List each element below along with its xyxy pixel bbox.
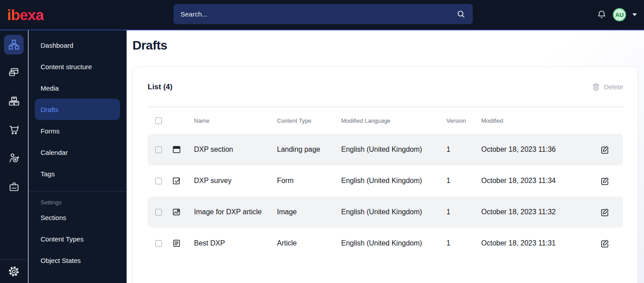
row-checkbox[interactable] <box>155 178 162 184</box>
cart-icon <box>8 124 20 136</box>
row-modified: October 18, 2023 11:34 <box>481 177 586 185</box>
row-name[interactable]: Image for DXP article <box>188 208 277 216</box>
table-row[interactable]: DXP survey Form English (United Kingdom)… <box>148 165 623 196</box>
boxes-icon <box>8 95 20 107</box>
row-modified: October 18, 2023 11:36 <box>481 146 586 154</box>
row-language: English (United Kingdom) <box>341 208 446 216</box>
column-header-modified: Modified <box>481 117 586 124</box>
row-checkbox[interactable] <box>155 146 162 153</box>
rail-item-pages[interactable] <box>4 62 24 82</box>
select-all-checkbox[interactable] <box>155 117 162 124</box>
rail-item-personalization[interactable] <box>4 148 24 168</box>
edit-button[interactable] <box>600 208 610 217</box>
sidebar-item-dashboard[interactable]: Dashboard <box>29 34 126 56</box>
row-version: 1 <box>446 239 481 247</box>
row-content-type: Landing page <box>277 146 341 154</box>
row-version: 1 <box>446 146 481 154</box>
delete-button[interactable]: Delete <box>592 83 623 91</box>
row-content-type: Article <box>277 239 341 247</box>
sidebar-item-tags[interactable]: Tags <box>29 163 126 184</box>
row-name[interactable]: Best DXP <box>188 239 277 247</box>
landing-page-icon <box>165 145 188 154</box>
row-checkbox[interactable] <box>155 209 162 216</box>
drafts-list-card: List (4) Delete Name Content Type Modifi… <box>132 67 638 283</box>
sidebar-menu: Dashboard Content structure Media Drafts… <box>29 30 127 283</box>
search-icon[interactable] <box>457 10 466 19</box>
sidebar-item-object-states[interactable]: Object States <box>29 250 126 271</box>
table-row[interactable]: DXP section Landing page English (United… <box>148 134 623 165</box>
row-checkbox[interactable] <box>155 240 162 247</box>
row-language: English (United Kingdom) <box>341 177 446 185</box>
row-version: 1 <box>446 177 481 185</box>
rail-item-content[interactable] <box>4 35 24 54</box>
sidebar-item-calendar[interactable]: Calendar <box>29 142 126 163</box>
image-icon <box>165 208 188 216</box>
sidebar-item-forms[interactable]: Forms <box>29 120 126 142</box>
rail-item-catalog[interactable] <box>4 91 24 111</box>
icon-rail <box>0 30 28 283</box>
edit-button[interactable] <box>600 176 610 186</box>
ibexa-logo[interactable]: ibexa <box>7 7 44 22</box>
table-row[interactable]: Image for DXP article Image English (Uni… <box>148 196 623 228</box>
sidebar-item-drafts[interactable]: Drafts <box>35 99 120 120</box>
row-modified: October 18, 2023 11:31 <box>481 239 586 247</box>
form-icon <box>165 176 188 185</box>
sidebar-item-media[interactable]: Media <box>29 77 126 99</box>
notifications-bell-icon[interactable] <box>597 10 607 20</box>
row-name[interactable]: DXP section <box>188 146 277 154</box>
user-avatar[interactable]: AU <box>613 8 626 21</box>
list-count-title: List (4) <box>148 83 173 92</box>
delete-button-label: Delete <box>604 83 623 91</box>
sitemap-icon <box>8 39 20 50</box>
row-language: English (United Kingdom) <box>341 146 446 154</box>
main-content: Drafts List (4) Delete Name Content Type <box>127 30 644 283</box>
row-language: English (United Kingdom) <box>341 239 446 247</box>
rail-item-corporate[interactable] <box>4 177 24 196</box>
row-name[interactable]: DXP survey <box>188 177 277 185</box>
column-header-version: Version <box>446 117 481 124</box>
pages-icon <box>8 67 20 78</box>
article-icon <box>165 239 188 248</box>
badge-icon <box>8 181 20 193</box>
user-menu-chevron-down-icon[interactable] <box>632 13 637 16</box>
row-version: 1 <box>446 208 481 216</box>
global-search[interactable] <box>173 4 473 24</box>
edit-button[interactable] <box>600 239 610 248</box>
edit-button[interactable] <box>600 145 610 154</box>
table-header-row: Name Content Type Modified Language Vers… <box>148 107 623 134</box>
column-header-name: Name <box>188 117 277 124</box>
sidebar-item-content-structure[interactable]: Content structure <box>29 56 126 77</box>
trash-icon <box>592 83 600 91</box>
audience-target-icon <box>8 152 20 164</box>
sidebar-item-sections[interactable]: Sections <box>29 207 126 228</box>
row-content-type: Image <box>277 208 341 216</box>
rail-item-commerce[interactable] <box>4 120 24 139</box>
row-modified: October 18, 2023 11:32 <box>481 208 586 216</box>
sidebar-item-content-types[interactable]: Content Types <box>29 228 126 250</box>
table-row[interactable]: Best DXP Article English (United Kingdom… <box>148 228 623 259</box>
top-bar: ibexa AU <box>0 0 644 30</box>
column-header-content-type: Content Type <box>277 117 341 124</box>
settings-section-label: Settings <box>29 191 126 207</box>
search-input[interactable] <box>181 10 457 18</box>
row-content-type: Form <box>277 177 341 185</box>
gear-icon <box>7 265 21 278</box>
page-title: Drafts <box>132 38 638 53</box>
rail-item-admin[interactable] <box>0 259 28 283</box>
column-header-modified-language: Modified Language <box>341 117 446 124</box>
